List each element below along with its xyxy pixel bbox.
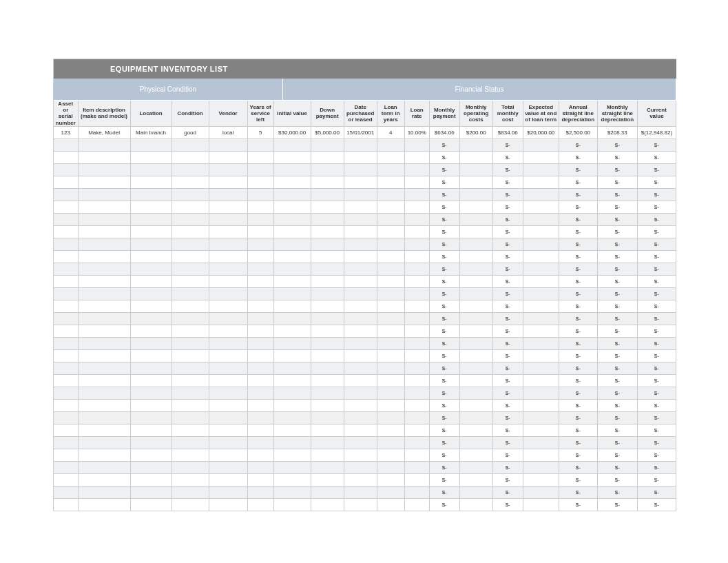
cell[interactable] [344,201,377,213]
cell[interactable]: $- [637,486,676,498]
cell[interactable]: $- [597,473,637,486]
cell[interactable]: $- [492,473,523,486]
cell[interactable] [171,387,209,399]
cell[interactable] [209,287,247,300]
cell[interactable]: $- [597,461,637,473]
cell[interactable] [344,139,377,151]
cell[interactable] [311,250,344,263]
cell[interactable] [54,250,78,263]
cell[interactable]: $- [597,225,637,238]
cell[interactable] [130,387,171,399]
cell[interactable] [377,238,404,250]
cell[interactable] [209,387,247,399]
cell[interactable] [377,325,404,337]
cell[interactable] [54,374,78,387]
cell[interactable]: $- [637,374,676,387]
cell[interactable] [311,411,344,424]
cell[interactable] [344,287,377,300]
cell[interactable] [377,263,404,275]
cell[interactable]: $- [597,387,637,399]
cell[interactable]: $- [637,411,676,424]
cell[interactable] [247,151,273,163]
cell[interactable] [78,387,130,399]
cell[interactable]: $- [492,337,523,349]
cell[interactable] [130,411,171,424]
cell[interactable]: $- [597,176,637,188]
cell[interactable]: $- [597,337,637,349]
cell[interactable]: $- [429,225,459,238]
cell[interactable]: $- [429,300,459,312]
cell[interactable] [404,300,429,312]
cell[interactable] [344,163,377,176]
cell[interactable] [311,449,344,461]
cell[interactable]: $- [637,188,676,201]
cell[interactable] [209,374,247,387]
cell[interactable] [78,139,130,151]
cell[interactable] [54,287,78,300]
cell[interactable]: $- [637,250,676,263]
cell[interactable] [273,387,311,399]
cell[interactable] [78,151,130,163]
cell[interactable] [377,337,404,349]
cell[interactable] [459,449,492,461]
cell[interactable] [54,163,78,176]
cell[interactable] [130,250,171,263]
cell[interactable]: $- [492,176,523,188]
cell[interactable] [311,238,344,250]
cell[interactable]: $- [429,201,459,213]
cell[interactable] [209,461,247,473]
cell[interactable] [130,139,171,151]
cell[interactable] [344,387,377,399]
cell[interactable] [54,473,78,486]
cell[interactable] [404,163,429,176]
cell[interactable] [311,473,344,486]
cell[interactable]: $5,000.00 [311,126,344,139]
cell[interactable] [78,238,130,250]
cell[interactable] [171,362,209,374]
cell[interactable] [344,424,377,436]
cell[interactable]: $- [429,424,459,436]
cell[interactable] [344,325,377,337]
cell[interactable] [54,151,78,163]
cell[interactable] [247,287,273,300]
cell[interactable] [273,176,311,188]
cell[interactable] [54,188,78,201]
cell[interactable] [209,250,247,263]
cell[interactable] [54,362,78,374]
cell[interactable] [459,461,492,473]
cell[interactable] [247,263,273,275]
cell[interactable] [404,362,429,374]
cell[interactable]: $30,000.00 [273,126,311,139]
cell[interactable] [78,213,130,225]
cell[interactable]: $- [637,362,676,374]
cell[interactable] [523,411,559,424]
cell[interactable]: $- [429,498,459,511]
cell[interactable] [311,337,344,349]
cell[interactable]: $- [637,238,676,250]
cell[interactable] [171,399,209,411]
cell[interactable] [130,263,171,275]
cell[interactable] [404,201,429,213]
cell[interactable]: $- [429,411,459,424]
cell[interactable] [377,349,404,362]
cell[interactable] [78,349,130,362]
cell[interactable] [344,300,377,312]
cell[interactable]: $- [492,399,523,411]
cell[interactable]: $- [637,473,676,486]
cell[interactable] [523,473,559,486]
cell[interactable] [377,312,404,325]
cell[interactable]: $- [559,449,597,461]
cell[interactable]: $- [492,374,523,387]
cell[interactable] [459,238,492,250]
cell[interactable] [78,275,130,287]
cell[interactable] [344,411,377,424]
cell[interactable] [523,238,559,250]
cell[interactable] [273,312,311,325]
cell[interactable]: $- [559,225,597,238]
cell[interactable] [404,312,429,325]
cell[interactable] [247,349,273,362]
cell[interactable]: $- [597,287,637,300]
cell[interactable] [404,325,429,337]
cell[interactable] [130,424,171,436]
cell[interactable]: $834.06 [492,126,523,139]
